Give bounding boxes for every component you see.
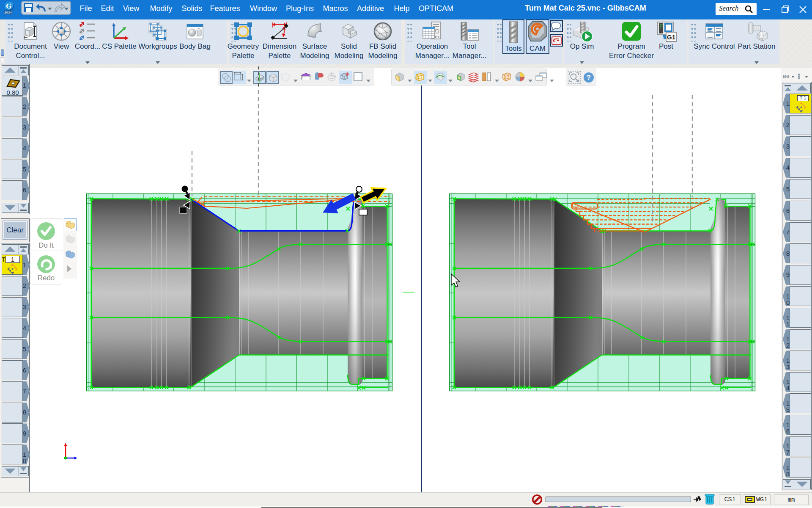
svg-text:?: ? — [587, 74, 591, 82]
